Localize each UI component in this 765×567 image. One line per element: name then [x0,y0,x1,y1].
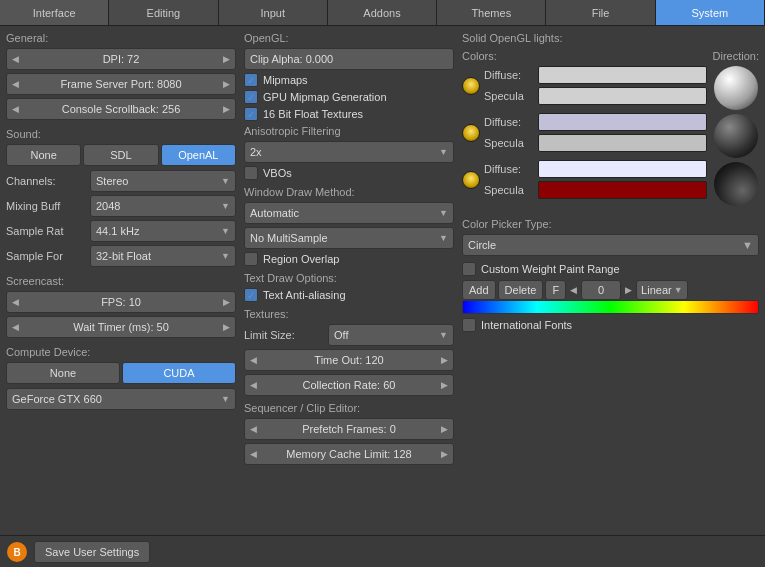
sample-format-arrow: ▼ [221,251,230,261]
sample-format-field[interactable]: 32-bit Float ▼ [90,245,236,267]
cwp-add-btn[interactable]: Add [462,280,496,300]
timeout-field[interactable]: ◀ Time Out: 120 ▶ [244,349,454,371]
limit-size-label: Limit Size: [244,329,324,341]
cp-dropdown[interactable]: Circle ▼ [462,234,759,256]
light-1-labels: Diffuse: Specula [484,66,707,105]
channels-row: Channels: Stereo ▼ [6,170,236,192]
anisotropic-field[interactable]: 2x ▼ [244,141,454,163]
mipmaps-checkbox[interactable] [244,73,258,87]
direction-label: Direction: [713,50,759,62]
region-overlap-checkbox[interactable] [244,252,258,266]
cwp-f-btn[interactable]: F [545,280,566,300]
light-1-diffuse-label: Diffuse: [484,69,534,81]
sound-btn-sdl[interactable]: SDL [83,144,158,166]
sound-btn-openal[interactable]: OpenAL [161,144,236,166]
prefetch-arrow-right: ▶ [441,424,448,434]
mipmaps-row[interactable]: Mipmaps [244,73,454,87]
vbos-checkbox[interactable] [244,166,258,180]
tab-themes[interactable]: Themes [437,0,546,25]
console-scrollback-value: Console Scrollback: 256 [62,103,181,115]
window-draw-header: Window Draw Method: [244,186,454,198]
wait-timer-field[interactable]: ◀ Wait Timer (ms): 50 ▶ [6,316,236,338]
cwp-right-arrow: ▶ [625,285,632,295]
channels-arrow: ▼ [221,176,230,186]
tab-editing[interactable]: Editing [109,0,218,25]
compute-btn-cuda[interactable]: CUDA [122,362,236,384]
light-3-specula-swatch[interactable] [538,181,707,199]
sample-rate-field[interactable]: 44.1 kHz ▼ [90,220,236,242]
colors-label: Colors: [462,50,707,62]
collection-arrow-right: ▶ [441,380,448,390]
fps-field[interactable]: ◀ FPS: 10 ▶ [6,291,236,313]
light-3-specula-row: Specula [484,181,707,199]
float-textures-row[interactable]: 16 Bit Float Textures [244,107,454,121]
tab-input[interactable]: Input [219,0,328,25]
cp-arrow: ▼ [742,239,753,251]
channels-select[interactable]: Stereo ▼ [90,170,236,192]
cwp-checkbox[interactable] [462,262,476,276]
light-3-diffuse-swatch[interactable] [538,160,707,178]
float-textures-checkbox[interactable] [244,107,258,121]
collection-rate-value: Collection Rate: 60 [303,379,396,391]
direction-ball-1[interactable] [714,66,758,110]
dpi-arrow-right: ▶ [223,54,230,64]
memory-arrow-right: ▶ [441,449,448,459]
cwp-linear-dropdown[interactable]: Linear ▼ [636,280,688,300]
window-draw-field[interactable]: Automatic ▼ [244,202,454,224]
cwp-delete-btn[interactable]: Delete [498,280,544,300]
light-1-diffuse-row: Diffuse: [484,66,707,84]
light-3-specula-label: Specula [484,184,534,196]
intl-fonts-checkbox[interactable] [462,318,476,332]
collection-rate-field[interactable]: ◀ Collection Rate: 60 ▶ [244,374,454,396]
frame-server-field[interactable]: ◀ Frame Server Port: 8080 ▶ [6,73,236,95]
anisotropic-arrow: ▼ [439,147,448,157]
light-1-specula-row: Specula [484,87,707,105]
memory-arrow-left: ◀ [250,449,257,459]
direction-ball-3[interactable] [714,162,758,206]
gpu-mipmap-checkbox[interactable] [244,90,258,104]
cwp-value-field[interactable]: 0 [581,280,621,300]
multisample-field[interactable]: No MultiSample ▼ [244,227,454,249]
light-1-specula-swatch[interactable] [538,87,707,105]
limit-size-field[interactable]: Off ▼ [328,324,454,346]
memory-cache-field[interactable]: ◀ Memory Cache Limit: 128 ▶ [244,443,454,465]
anisotropic-header: Anisotropic Filtering [244,125,454,137]
compute-btn-none[interactable]: None [6,362,120,384]
text-antialias-checkbox[interactable] [244,288,258,302]
direction-col: Direction: [713,50,759,210]
multisample-arrow: ▼ [439,233,448,243]
tab-system[interactable]: System [656,0,765,25]
cp-value: Circle [468,239,496,251]
bottom-bar: B Save User Settings [0,535,765,567]
main-content: General: ◀ DPI: 72 ▶ ◀ Frame Server Port… [0,26,765,535]
light-2-specula-label: Specula [484,137,534,149]
compute-header: Compute Device: [6,346,236,358]
light-row-2: Diffuse: Specula [462,113,707,152]
tab-interface[interactable]: Interface [0,0,109,25]
clip-alpha-field[interactable]: Clip Alpha: 0.000 [244,48,454,70]
opengl-header: OpenGL: [244,32,454,44]
light-1-diffuse-swatch[interactable] [538,66,707,84]
mixing-buff-field[interactable]: 2048 ▼ [90,195,236,217]
light-2-specula-row: Specula [484,134,707,152]
vbos-row[interactable]: VBOs [244,166,454,180]
save-user-settings-button[interactable]: Save User Settings [34,541,150,563]
direction-ball-2[interactable] [714,114,758,158]
text-antialias-row[interactable]: Text Anti-aliasing [244,288,454,302]
light-row-3: Diffuse: Specula [462,160,707,199]
region-overlap-row[interactable]: Region Overlap [244,252,454,266]
prefetch-frames-field[interactable]: ◀ Prefetch Frames: 0 ▶ [244,418,454,440]
gpu-mipmap-row[interactable]: GPU Mipmap Generation [244,90,454,104]
gpu-device-field[interactable]: GeForce GTX 660 ▼ [6,388,236,410]
console-scrollback-field[interactable]: ◀ Console Scrollback: 256 ▶ [6,98,236,120]
tab-addons[interactable]: Addons [328,0,437,25]
light-2-diffuse-swatch[interactable] [538,113,707,131]
tab-file[interactable]: File [546,0,655,25]
fps-value: FPS: 10 [101,296,141,308]
sample-rate-arrow: ▼ [221,226,230,236]
light-2-specula-swatch[interactable] [538,134,707,152]
memory-cache-value: Memory Cache Limit: 128 [286,448,411,460]
dpi-value: DPI: 72 [103,53,140,65]
sound-btn-none[interactable]: None [6,144,81,166]
dpi-field[interactable]: ◀ DPI: 72 ▶ [6,48,236,70]
